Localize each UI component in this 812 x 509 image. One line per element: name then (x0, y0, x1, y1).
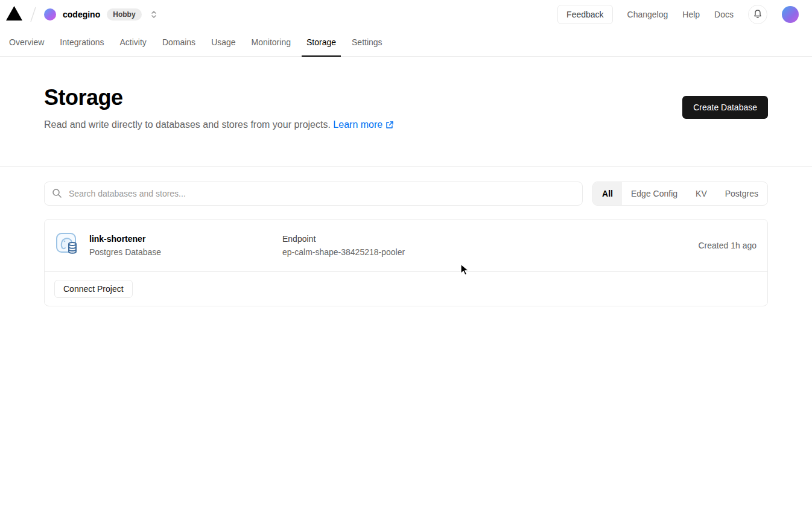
tab-usage[interactable]: Usage (206, 28, 240, 57)
database-endpoint: Endpoint ep-calm-shape-38425218-pooler (282, 234, 698, 257)
changelog-link[interactable]: Changelog (627, 10, 668, 19)
external-link-icon (385, 121, 394, 131)
project-name[interactable]: codegino (63, 10, 100, 19)
bell-icon (753, 9, 763, 19)
vercel-logo-icon[interactable] (6, 6, 22, 23)
feedback-button[interactable]: Feedback (557, 5, 612, 24)
filter-edge-config[interactable]: Edge Config (622, 182, 687, 205)
create-database-button[interactable]: Create Database (682, 96, 768, 119)
tab-storage[interactable]: Storage (302, 28, 341, 57)
breadcrumb-slash-icon (29, 5, 37, 24)
top-header: codegino Hobby Feedback Changelog Help D… (0, 0, 812, 28)
page-description: Read and write directly to databases and… (44, 119, 768, 131)
project-switcher-icon[interactable] (150, 10, 158, 19)
storage-content: All Edge Config KV Postgres (44, 182, 768, 306)
header-left: codegino Hobby (6, 5, 158, 24)
database-type: Postgres Database (89, 247, 270, 257)
help-link[interactable]: Help (682, 10, 700, 19)
tab-integrations[interactable]: Integrations (55, 28, 109, 57)
hero-section: Storage Read and write directly to datab… (0, 57, 812, 167)
tab-settings[interactable]: Settings (347, 28, 387, 57)
learn-more-link[interactable]: Learn more (333, 119, 394, 130)
project-avatar[interactable] (44, 8, 56, 21)
notifications-button[interactable] (748, 5, 767, 24)
search-icon (52, 188, 62, 201)
tab-monitoring[interactable]: Monitoring (247, 28, 296, 57)
database-row[interactable]: link-shortener Postgres Database Endpoin… (45, 220, 767, 271)
tab-activity[interactable]: Activity (115, 28, 151, 57)
docs-link[interactable]: Docs (714, 10, 734, 19)
search-input[interactable] (44, 182, 583, 206)
database-created: Created 1h ago (698, 241, 756, 250)
connect-project-button[interactable]: Connect Project (54, 280, 133, 298)
search-box (44, 182, 583, 206)
user-avatar[interactable] (782, 6, 799, 23)
filter-postgres[interactable]: Postgres (716, 182, 767, 205)
filter-kv[interactable]: KV (687, 182, 716, 205)
database-card: link-shortener Postgres Database Endpoin… (44, 219, 768, 306)
page-title: Storage (44, 85, 768, 110)
database-card-footer: Connect Project (45, 271, 767, 306)
postgres-database-icon (56, 232, 80, 259)
storage-page: codegino Hobby Feedback Changelog Help D… (0, 0, 812, 509)
tab-domains[interactable]: Domains (157, 28, 200, 57)
search-toolbar: All Edge Config KV Postgres (44, 182, 768, 206)
header-right: Feedback Changelog Help Docs (557, 5, 799, 24)
project-tab-nav: Overview Integrations Activity Domains U… (0, 28, 812, 57)
endpoint-value: ep-calm-shape-38425218-pooler (282, 247, 698, 257)
endpoint-label: Endpoint (282, 234, 698, 244)
type-filter-group: All Edge Config KV Postgres (592, 182, 768, 206)
filter-all[interactable]: All (593, 182, 622, 205)
database-titles: link-shortener Postgres Database (89, 234, 270, 257)
database-name[interactable]: link-shortener (89, 234, 270, 244)
tab-overview[interactable]: Overview (4, 28, 49, 57)
plan-badge: Hobby (107, 8, 141, 21)
